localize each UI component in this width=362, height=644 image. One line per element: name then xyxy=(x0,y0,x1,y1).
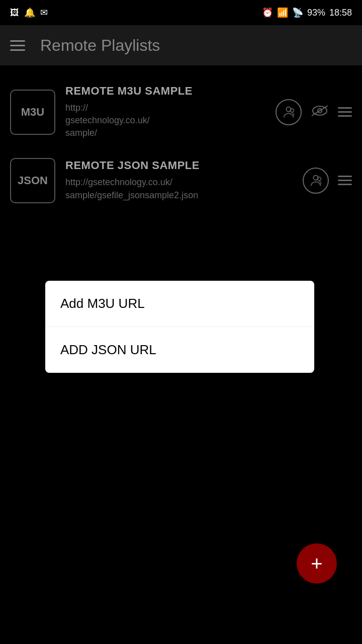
plus-icon: + xyxy=(311,553,322,574)
add-fab-button[interactable]: + xyxy=(297,543,337,584)
add-m3u-url-button[interactable]: Add M3U URL xyxy=(45,281,314,327)
add-playlist-popup: Add M3U URL ADD JSON URL xyxy=(45,281,314,373)
add-json-url-button[interactable]: ADD JSON URL xyxy=(45,327,314,373)
